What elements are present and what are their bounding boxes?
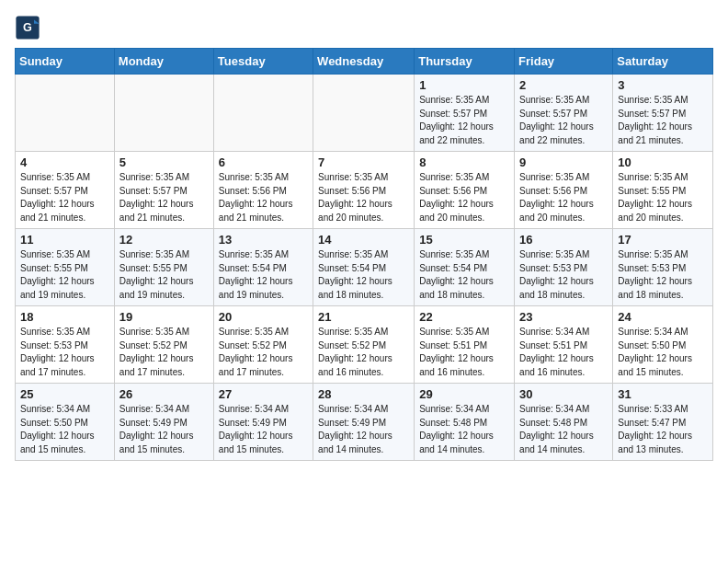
day-info: Sunrise: 5:35 AM Sunset: 5:52 PM Dayligh… xyxy=(219,326,308,379)
day-number: 18 xyxy=(20,310,109,324)
day-number: 11 xyxy=(20,233,109,247)
weekday-header-sunday: Sunday xyxy=(16,49,115,75)
calendar-cell: 21Sunrise: 5:35 AM Sunset: 5:52 PM Dayli… xyxy=(313,306,415,384)
calendar-cell: 2Sunrise: 5:35 AM Sunset: 5:57 PM Daylig… xyxy=(515,75,613,152)
calendar-cell: 19Sunrise: 5:35 AM Sunset: 5:52 PM Dayli… xyxy=(114,306,213,384)
day-number: 21 xyxy=(318,310,409,324)
day-number: 28 xyxy=(318,387,409,401)
calendar-cell: 6Sunrise: 5:35 AM Sunset: 5:56 PM Daylig… xyxy=(213,152,313,229)
calendar-cell: 15Sunrise: 5:35 AM Sunset: 5:54 PM Dayli… xyxy=(415,229,515,306)
calendar-cell: 13Sunrise: 5:35 AM Sunset: 5:54 PM Dayli… xyxy=(213,229,313,306)
day-info: Sunrise: 5:35 AM Sunset: 5:53 PM Dayligh… xyxy=(519,248,608,302)
day-number: 13 xyxy=(219,233,308,247)
day-number: 5 xyxy=(119,155,209,169)
calendar-week-row: 11Sunrise: 5:35 AM Sunset: 5:55 PM Dayli… xyxy=(16,229,713,306)
page-header: G xyxy=(15,15,713,40)
day-number: 10 xyxy=(618,155,708,169)
calendar-cell: 3Sunrise: 5:35 AM Sunset: 5:57 PM Daylig… xyxy=(613,75,713,152)
day-number: 20 xyxy=(219,310,308,324)
weekday-header-friday: Friday xyxy=(515,49,613,75)
day-number: 14 xyxy=(318,233,409,247)
calendar-cell: 16Sunrise: 5:35 AM Sunset: 5:53 PM Dayli… xyxy=(515,229,613,306)
day-info: Sunrise: 5:35 AM Sunset: 5:55 PM Dayligh… xyxy=(119,248,209,302)
day-info: Sunrise: 5:35 AM Sunset: 5:54 PM Dayligh… xyxy=(419,248,509,302)
day-number: 30 xyxy=(519,387,608,401)
calendar-cell xyxy=(16,75,115,152)
day-number: 25 xyxy=(20,387,109,401)
weekday-header-wednesday: Wednesday xyxy=(313,49,415,75)
calendar-cell: 28Sunrise: 5:34 AM Sunset: 5:49 PM Dayli… xyxy=(313,384,415,461)
calendar-cell: 14Sunrise: 5:35 AM Sunset: 5:54 PM Dayli… xyxy=(313,229,415,306)
calendar-cell: 4Sunrise: 5:35 AM Sunset: 5:57 PM Daylig… xyxy=(16,152,115,229)
calendar-cell: 30Sunrise: 5:34 AM Sunset: 5:48 PM Dayli… xyxy=(515,384,613,461)
day-number: 24 xyxy=(618,310,708,324)
svg-text:G: G xyxy=(23,21,32,34)
calendar-week-row: 1Sunrise: 5:35 AM Sunset: 5:57 PM Daylig… xyxy=(16,75,713,152)
day-number: 16 xyxy=(519,233,608,247)
day-info: Sunrise: 5:35 AM Sunset: 5:51 PM Dayligh… xyxy=(419,326,509,379)
day-info: Sunrise: 5:35 AM Sunset: 5:53 PM Dayligh… xyxy=(618,248,708,302)
calendar-week-row: 18Sunrise: 5:35 AM Sunset: 5:53 PM Dayli… xyxy=(16,306,713,384)
day-info: Sunrise: 5:35 AM Sunset: 5:56 PM Dayligh… xyxy=(219,171,308,224)
calendar-cell: 17Sunrise: 5:35 AM Sunset: 5:53 PM Dayli… xyxy=(613,229,713,306)
day-number: 19 xyxy=(119,310,209,324)
calendar-header-row: SundayMondayTuesdayWednesdayThursdayFrid… xyxy=(16,49,713,75)
weekday-header-thursday: Thursday xyxy=(415,49,515,75)
calendar-cell: 26Sunrise: 5:34 AM Sunset: 5:49 PM Dayli… xyxy=(114,384,213,461)
calendar-cell: 20Sunrise: 5:35 AM Sunset: 5:52 PM Dayli… xyxy=(213,306,313,384)
day-info: Sunrise: 5:35 AM Sunset: 5:57 PM Dayligh… xyxy=(119,171,209,224)
calendar-cell: 24Sunrise: 5:34 AM Sunset: 5:50 PM Dayli… xyxy=(613,306,713,384)
calendar-week-row: 25Sunrise: 5:34 AM Sunset: 5:50 PM Dayli… xyxy=(16,384,713,461)
day-number: 6 xyxy=(219,155,308,169)
day-number: 2 xyxy=(519,78,608,92)
day-number: 26 xyxy=(119,387,209,401)
day-number: 23 xyxy=(519,310,608,324)
calendar-cell: 31Sunrise: 5:33 AM Sunset: 5:47 PM Dayli… xyxy=(613,384,713,461)
calendar-cell xyxy=(313,75,415,152)
calendar-cell: 18Sunrise: 5:35 AM Sunset: 5:53 PM Dayli… xyxy=(16,306,115,384)
day-number: 8 xyxy=(419,155,509,169)
weekday-header-monday: Monday xyxy=(114,49,213,75)
day-number: 12 xyxy=(119,233,209,247)
day-number: 7 xyxy=(318,155,409,169)
day-number: 9 xyxy=(519,155,608,169)
day-number: 4 xyxy=(20,155,109,169)
day-info: Sunrise: 5:35 AM Sunset: 5:56 PM Dayligh… xyxy=(419,171,509,224)
calendar-cell: 22Sunrise: 5:35 AM Sunset: 5:51 PM Dayli… xyxy=(415,306,515,384)
day-info: Sunrise: 5:35 AM Sunset: 5:57 PM Dayligh… xyxy=(618,94,708,147)
day-info: Sunrise: 5:35 AM Sunset: 5:56 PM Dayligh… xyxy=(519,171,608,224)
calendar-cell xyxy=(213,75,313,152)
logo: G xyxy=(15,15,44,40)
weekday-header-tuesday: Tuesday xyxy=(213,49,313,75)
calendar-cell: 7Sunrise: 5:35 AM Sunset: 5:56 PM Daylig… xyxy=(313,152,415,229)
day-info: Sunrise: 5:34 AM Sunset: 5:49 PM Dayligh… xyxy=(119,403,209,456)
day-number: 17 xyxy=(618,233,708,247)
day-info: Sunrise: 5:34 AM Sunset: 5:50 PM Dayligh… xyxy=(20,403,109,456)
day-info: Sunrise: 5:34 AM Sunset: 5:48 PM Dayligh… xyxy=(519,403,608,456)
calendar-cell: 5Sunrise: 5:35 AM Sunset: 5:57 PM Daylig… xyxy=(114,152,213,229)
day-number: 31 xyxy=(618,387,708,401)
weekday-header-saturday: Saturday xyxy=(613,49,713,75)
day-info: Sunrise: 5:34 AM Sunset: 5:49 PM Dayligh… xyxy=(219,403,308,456)
calendar-cell: 1Sunrise: 5:35 AM Sunset: 5:57 PM Daylig… xyxy=(415,75,515,152)
calendar-table: SundayMondayTuesdayWednesdayThursdayFrid… xyxy=(15,48,713,461)
day-info: Sunrise: 5:35 AM Sunset: 5:54 PM Dayligh… xyxy=(219,248,308,302)
calendar-cell: 10Sunrise: 5:35 AM Sunset: 5:55 PM Dayli… xyxy=(613,152,713,229)
day-info: Sunrise: 5:35 AM Sunset: 5:53 PM Dayligh… xyxy=(20,326,109,379)
day-info: Sunrise: 5:34 AM Sunset: 5:51 PM Dayligh… xyxy=(519,326,608,379)
calendar-week-row: 4Sunrise: 5:35 AM Sunset: 5:57 PM Daylig… xyxy=(16,152,713,229)
calendar-cell: 23Sunrise: 5:34 AM Sunset: 5:51 PM Dayli… xyxy=(515,306,613,384)
day-info: Sunrise: 5:35 AM Sunset: 5:57 PM Dayligh… xyxy=(20,171,109,224)
day-info: Sunrise: 5:34 AM Sunset: 5:50 PM Dayligh… xyxy=(618,326,708,379)
calendar-cell: 25Sunrise: 5:34 AM Sunset: 5:50 PM Dayli… xyxy=(16,384,115,461)
day-info: Sunrise: 5:35 AM Sunset: 5:57 PM Dayligh… xyxy=(419,94,509,147)
day-info: Sunrise: 5:35 AM Sunset: 5:52 PM Dayligh… xyxy=(119,326,209,379)
day-info: Sunrise: 5:35 AM Sunset: 5:55 PM Dayligh… xyxy=(618,171,708,224)
day-info: Sunrise: 5:35 AM Sunset: 5:57 PM Dayligh… xyxy=(519,94,608,147)
calendar-cell: 11Sunrise: 5:35 AM Sunset: 5:55 PM Dayli… xyxy=(16,229,115,306)
calendar-cell: 27Sunrise: 5:34 AM Sunset: 5:49 PM Dayli… xyxy=(213,384,313,461)
day-number: 29 xyxy=(419,387,509,401)
day-info: Sunrise: 5:34 AM Sunset: 5:49 PM Dayligh… xyxy=(318,403,409,456)
calendar-cell: 9Sunrise: 5:35 AM Sunset: 5:56 PM Daylig… xyxy=(515,152,613,229)
day-number: 27 xyxy=(219,387,308,401)
